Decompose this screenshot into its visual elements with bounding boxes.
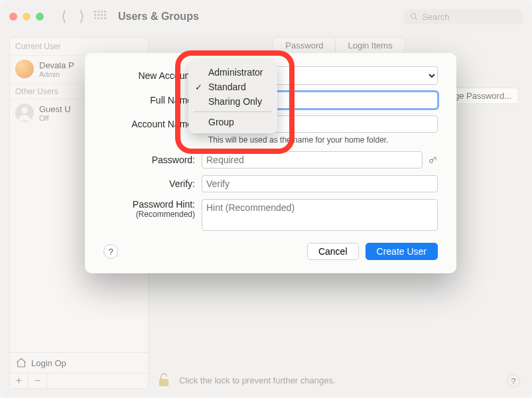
- check-icon: ✓: [194, 82, 203, 92]
- dropdown-option-standard[interactable]: ✓Standard: [188, 80, 277, 94]
- account-name-label: Account Name:: [103, 119, 202, 129]
- hint-label: Password Hint:: [103, 199, 195, 210]
- new-account-label: New Account:: [103, 70, 202, 81]
- create-user-button[interactable]: Create User: [366, 243, 438, 260]
- hint-textarea[interactable]: [202, 199, 438, 231]
- verify-label: Verify:: [103, 178, 202, 189]
- svg-point-3: [430, 159, 433, 163]
- verify-input[interactable]: [202, 175, 438, 192]
- dropdown-option-sharing-only[interactable]: Sharing Only: [188, 94, 277, 109]
- dropdown-option-group[interactable]: Group: [188, 115, 277, 129]
- cancel-button[interactable]: Cancel: [307, 243, 359, 260]
- dropdown-option-administrator[interactable]: Administrator: [188, 65, 277, 80]
- hint-sublabel: (Recommended): [103, 210, 195, 219]
- account-name-hint: This will be used as the name for your h…: [208, 135, 438, 145]
- dropdown-separator: [194, 111, 272, 112]
- full-name-label: Full Name:: [103, 95, 202, 105]
- help-button[interactable]: ?: [103, 244, 118, 259]
- password-label: Password:: [103, 155, 202, 165]
- new-account-dropdown: Administrator ✓Standard Sharing Only Gro…: [188, 61, 277, 133]
- password-key-icon[interactable]: [428, 155, 438, 165]
- password-input[interactable]: [202, 151, 423, 168]
